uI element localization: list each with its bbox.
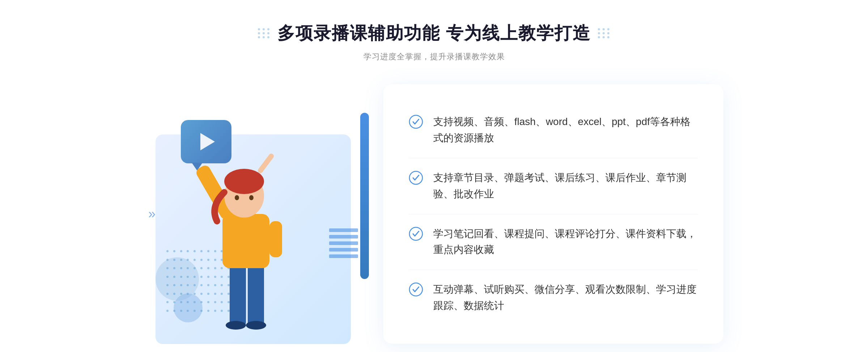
feature-text-4: 互动弹幕、试听购买、微信分享、观看次数限制、学习进度跟踪、数据统计 bbox=[433, 282, 698, 314]
person-illustration bbox=[188, 134, 304, 344]
page-subtitle: 学习进度全掌握，提升录播课教学效果 bbox=[258, 51, 610, 62]
content-area: » 支持视频、音频、flash、word、excel、ppt、pdf等各种格式的… bbox=[145, 84, 723, 344]
feature-text-3: 学习笔记回看、课程提问、课程评论打分、课件资料下载，重点内容收藏 bbox=[433, 226, 698, 258]
svg-point-14 bbox=[409, 227, 422, 240]
svg-point-9 bbox=[235, 195, 239, 200]
title-row: 多项录播课辅助功能 专为线上教学打造 bbox=[258, 22, 610, 45]
illustration-container: » bbox=[145, 84, 391, 344]
accent-bar bbox=[360, 113, 369, 279]
check-icon-4 bbox=[409, 282, 423, 297]
check-icon-2 bbox=[409, 171, 423, 185]
svg-point-2 bbox=[226, 321, 246, 330]
page-wrapper: 多项录播课辅助功能 专为线上教学打造 学习进度全掌握，提升录播课教学效果 bbox=[0, 0, 868, 352]
svg-rect-6 bbox=[269, 221, 282, 257]
svg-point-13 bbox=[409, 171, 422, 184]
header-section: 多项录播课辅助功能 专为线上教学打造 学习进度全掌握，提升录播课教学效果 bbox=[258, 22, 610, 62]
svg-rect-4 bbox=[222, 214, 269, 268]
svg-point-12 bbox=[409, 115, 422, 128]
features-card: 支持视频、音频、flash、word、excel、ppt、pdf等各种格式的资源… bbox=[383, 84, 723, 343]
svg-point-8 bbox=[224, 169, 264, 194]
feature-text-1: 支持视频、音频、flash、word、excel、ppt、pdf等各种格式的资源… bbox=[433, 114, 698, 146]
feature-text-2: 支持章节目录、弹题考试、课后练习、课后作业、章节测验、批改作业 bbox=[433, 170, 698, 202]
feature-item-3: 学习笔记回看、课程提问、课程评论打分、课件资料下载，重点内容收藏 bbox=[409, 214, 698, 270]
svg-point-3 bbox=[246, 321, 266, 330]
right-dots-decoration bbox=[598, 28, 610, 38]
feature-item-4: 互动弹幕、试听购买、微信分享、观看次数限制、学习进度跟踪、数据统计 bbox=[409, 270, 698, 326]
svg-rect-0 bbox=[230, 261, 246, 326]
feature-item-1: 支持视频、音频、flash、word、excel、ppt、pdf等各种格式的资源… bbox=[409, 102, 698, 158]
page-title: 多项录播课辅助功能 专为线上教学打造 bbox=[277, 22, 590, 45]
check-icon-3 bbox=[409, 227, 423, 241]
stripes-decoration bbox=[329, 228, 358, 272]
svg-point-10 bbox=[249, 195, 254, 200]
svg-line-11 bbox=[260, 156, 271, 171]
left-arrow-decoration: » bbox=[148, 206, 156, 222]
svg-point-15 bbox=[409, 283, 422, 296]
check-icon-1 bbox=[409, 115, 423, 129]
left-dots-decoration bbox=[258, 28, 270, 38]
svg-rect-1 bbox=[248, 261, 264, 326]
feature-item-2: 支持章节目录、弹题考试、课后练习、课后作业、章节测验、批改作业 bbox=[409, 158, 698, 214]
